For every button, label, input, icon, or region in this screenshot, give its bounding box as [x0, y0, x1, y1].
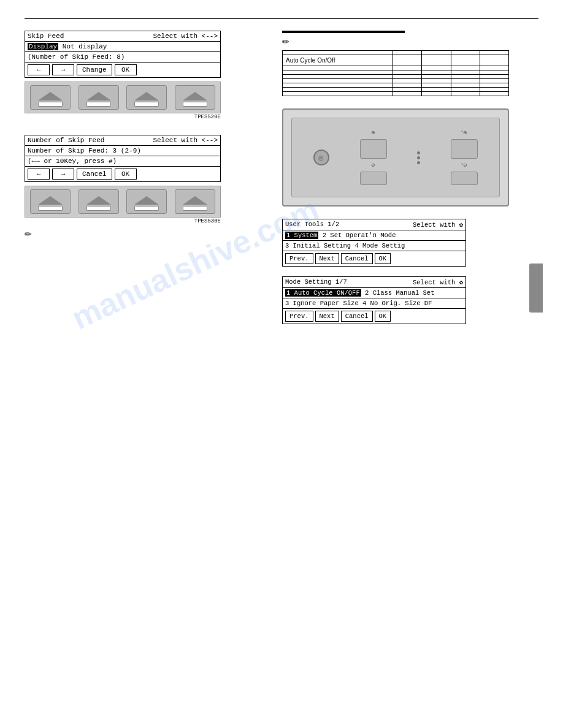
table-cell-r4c3: [451, 75, 480, 79]
table-cell-r5c4: [480, 79, 508, 83]
user-tools-section: User Tools 1/2 Select with ✿ 1 System 2 …: [282, 219, 540, 267]
table-cell-r3c0: [283, 70, 393, 75]
key-rect-4: [183, 102, 207, 107]
table-cell-r2c2: [422, 66, 451, 70]
image-label-2: TPES530E: [25, 218, 221, 224]
mode-setting-btn-cancel[interactable]: Cancel: [341, 311, 373, 322]
table-cell-r3c1: [393, 70, 422, 75]
screen1-line1: Display Not display: [25, 42, 220, 52]
machine-label-1: ⊕: [371, 130, 375, 135]
key-rect-1: [38, 102, 63, 107]
screen2-buttons: ← → Cancel OK: [25, 167, 220, 181]
screen2-title-left: Number of Skip Feed: [28, 137, 104, 144]
table-cell-r1c0: Auto Cycle On/Off: [283, 55, 393, 66]
table-cell-r6c4: [480, 83, 508, 88]
table-cell-r8c1: [393, 92, 422, 96]
key-rect-5: [38, 206, 63, 211]
table-cell-r4c4: [480, 75, 508, 79]
mode-setting-title-row: Mode Setting 1/7 Select with ✿: [283, 277, 465, 288]
dot-indicators: [417, 151, 420, 164]
mode-setting-btn-next[interactable]: Next: [315, 311, 339, 322]
machine-btn-group-1: ⊕ ⊘: [360, 130, 387, 185]
user-tools-btn-ok[interactable]: OK: [375, 253, 391, 264]
gray-tab: [529, 264, 543, 313]
machine-btn-2[interactable]: [451, 172, 478, 185]
mode-setting-screen: Mode Setting 1/7 Select with ✿ 1 Auto Cy…: [282, 276, 466, 324]
table-cell-r7c4: [480, 88, 508, 92]
table-cell-r8c0: [283, 92, 393, 96]
table-cell-r1c2: [422, 55, 451, 66]
table-row: [283, 75, 509, 79]
key-rect-7: [134, 206, 159, 211]
mode-setting-line1: 1 Auto Cycle ON/OFF 2 Class Manual Set: [283, 288, 465, 298]
user-tools-screen: User Tools 1/2 Select with ✿ 1 System 2 …: [282, 219, 466, 267]
table-row: [283, 83, 509, 88]
table-cell-r5c0: [283, 79, 393, 83]
table-cell-r8c3: [451, 92, 480, 96]
screen2-btn-ok[interactable]: OK: [115, 169, 137, 180]
machine-diagram: ◎ ⊕ ⊘ °⊕ °⊖: [282, 108, 509, 207]
machine-btn-tall-2[interactable]: [451, 139, 478, 159]
screen1-btn-ok[interactable]: OK: [115, 64, 137, 75]
user-tools-btn-next[interactable]: Next: [315, 253, 339, 264]
table-cell-r6c1: [393, 83, 422, 88]
screen1-line2: (Number of Skip Feed: 8): [25, 52, 220, 63]
keypad-key-4: [175, 85, 215, 110]
user-tools-title-right: Select with ✿: [413, 221, 463, 229]
key-triangle-2: [86, 92, 111, 100]
machine-btn-1[interactable]: [360, 172, 387, 185]
table-cell-r3c2: [422, 70, 451, 75]
screen2-title-row: Number of Skip Feed Select with <-->: [25, 135, 220, 146]
screen1-btn-right[interactable]: →: [52, 64, 74, 75]
machine-circle-btn[interactable]: ◎: [313, 150, 329, 165]
table-header-col2: [422, 51, 451, 55]
screen1-title-left: Skip Feed: [28, 32, 64, 40]
screen1-title-row: Skip Feed Select with <-->: [25, 31, 220, 42]
table-cell-r1c4: [480, 55, 508, 66]
section-heading-bar: [282, 31, 405, 33]
machine-label-4: °⊖: [461, 162, 467, 168]
pencil-icon-right: ✏: [282, 37, 540, 47]
screen2-btn-cancel[interactable]: Cancel: [77, 169, 112, 180]
right-column: ✏ Auto Cycle On/Off: [282, 31, 540, 324]
image-label-1: TPES520E: [25, 114, 221, 120]
screen2-btn-left[interactable]: ←: [28, 169, 50, 180]
user-tools-title-row: User Tools 1/2 Select with ✿: [283, 219, 465, 230]
table-cell-r2c0: [283, 66, 393, 70]
table-cell-r8c2: [422, 92, 451, 96]
mode-setting-title-left: Mode Setting 1/7: [285, 278, 347, 286]
table-cell-r5c1: [393, 79, 422, 83]
table-row: [283, 79, 509, 83]
table-cell-r2c1: [393, 66, 422, 70]
key-triangle-8: [183, 196, 207, 205]
table-row: [283, 88, 509, 92]
screen2-btn-right[interactable]: →: [52, 169, 74, 180]
keypad-key-5: [30, 189, 71, 214]
machine-circle-area: ◎: [313, 150, 329, 165]
user-tools-btn-cancel[interactable]: Cancel: [341, 253, 373, 264]
mode-setting-buttons: Prev. Next Cancel OK: [283, 309, 465, 324]
screen2-line2: (←→ or 10Key, press #): [25, 156, 220, 167]
table-header-col1: [393, 51, 422, 55]
table-cell-r3c3: [451, 70, 480, 75]
table-header-col4: [480, 51, 508, 55]
key-triangle-7: [134, 196, 159, 205]
mode-setting-btn-prev[interactable]: Prev.: [285, 311, 313, 322]
key-triangle-3: [134, 92, 159, 100]
user-tools-btn-prev[interactable]: Prev.: [285, 253, 313, 264]
key-triangle-4: [183, 92, 207, 100]
keypad-key-7: [126, 189, 167, 214]
mode-setting-section: Mode Setting 1/7 Select with ✿ 1 Auto Cy…: [282, 276, 540, 324]
table-row: Auto Cycle On/Off: [283, 55, 509, 66]
machine-btn-tall-1[interactable]: [360, 139, 387, 159]
screen1-btn-change[interactable]: Change: [77, 64, 112, 75]
user-tools-line1-rest: 2 Set Operat'n Mode: [318, 232, 396, 239]
table-header-col3: [451, 51, 480, 55]
machine-btn-group-2: °⊕ °⊖: [451, 130, 478, 185]
left-column: Skip Feed Select with <--> Display Not d…: [25, 31, 264, 239]
key-rect-3: [134, 102, 159, 107]
screen1-btn-left[interactable]: ←: [28, 64, 50, 75]
machine-inner: ◎ ⊕ ⊘ °⊕ °⊖: [291, 118, 500, 197]
info-table: Auto Cycle On/Off: [282, 50, 509, 96]
mode-setting-btn-ok[interactable]: OK: [375, 311, 391, 322]
